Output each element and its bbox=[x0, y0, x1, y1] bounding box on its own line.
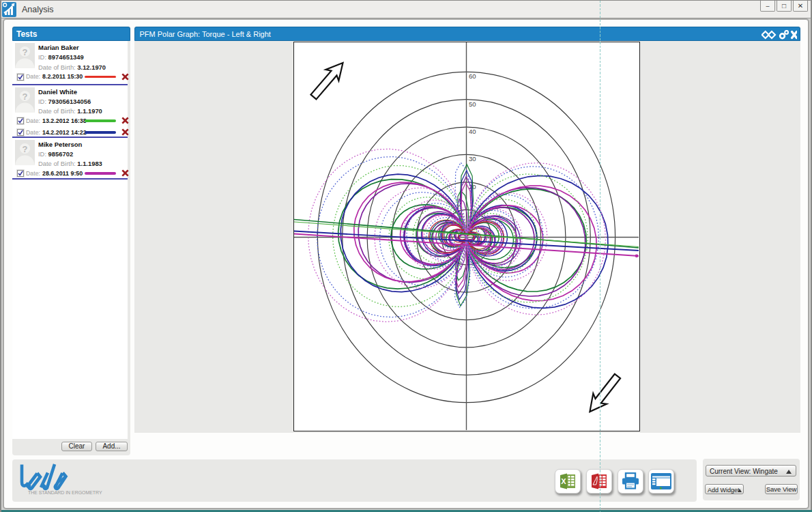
svg-text:50: 50 bbox=[469, 100, 476, 108]
svg-text:30: 30 bbox=[469, 155, 476, 162]
svg-text:?: ? bbox=[23, 91, 28, 101]
svg-text:?: ? bbox=[23, 143, 28, 154]
svg-text:40: 40 bbox=[469, 128, 476, 135]
svg-text:X: X bbox=[561, 477, 566, 485]
svg-text:THE STANDARD IN ERGOMETRY: THE STANDARD IN ERGOMETRY bbox=[28, 490, 102, 495]
svg-text:60: 60 bbox=[469, 72, 476, 80]
svg-text:?: ? bbox=[23, 47, 28, 57]
